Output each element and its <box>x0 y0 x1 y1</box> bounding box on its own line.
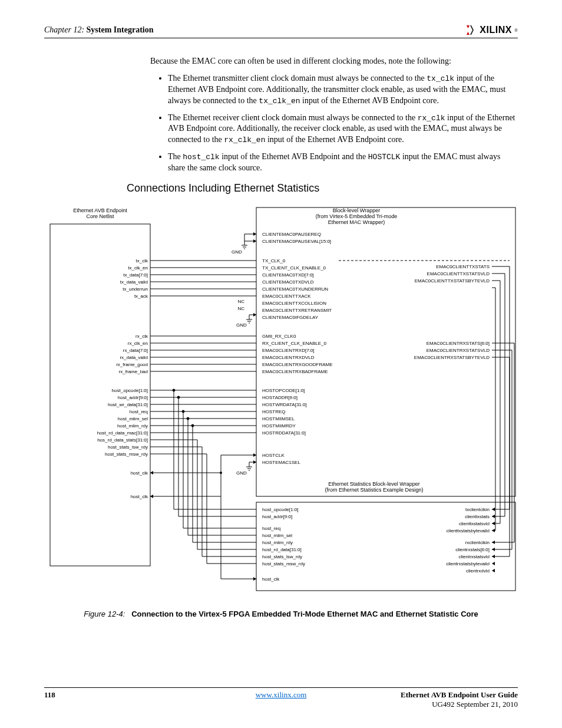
svg-text:host_miim_sel: host_miim_sel <box>118 416 148 421</box>
bullet-3: The host_clk input of the Ethernet AVB E… <box>168 151 518 174</box>
svg-point-177 <box>182 410 184 413</box>
svg-text:tx_clk_en: tx_clk_en <box>128 265 148 271</box>
svg-text:HOSTRDDATA[31:0]: HOSTRDDATA[31:0] <box>262 430 306 436</box>
svg-marker-98 <box>150 471 153 475</box>
bullet-1: The Ethernet transmitter client clock do… <box>168 73 518 107</box>
svg-text:host_miim_rdy: host_miim_rdy <box>262 540 293 545</box>
svg-text:TX_CLK_0: TX_CLK_0 <box>262 258 286 263</box>
svg-text:tx_underrun: tx_underrun <box>123 286 148 292</box>
svg-text:host_clk: host_clk <box>262 577 280 582</box>
svg-text:tx_data[7:0]: tx_data[7:0] <box>123 272 148 278</box>
svg-text:GND: GND <box>236 322 247 328</box>
svg-text:EMAC0CLIENTRXSTATSVLD: EMAC0CLIENTRXSTATSVLD <box>427 348 490 353</box>
section-heading: Connections Including Ethernet Statistic… <box>127 182 518 195</box>
svg-text:CLIENTEMAC0IFGDELAY: CLIENTEMAC0IFGDELAY <box>262 315 319 320</box>
svg-text:rx_clk_en: rx_clk_en <box>128 341 148 346</box>
body-text: Because the EMAC core can often be used … <box>150 56 518 174</box>
svg-text:rxclientclkin: rxclientclkin <box>465 540 490 545</box>
chapter-label: Chapter 12: <box>44 25 84 34</box>
svg-marker-105 <box>150 495 153 498</box>
svg-text:EMAC0CLIENTTXSTATS: EMAC0CLIENTTXSTATS <box>436 264 490 269</box>
svg-text:EMAC0CLIENTTXCOLLISION: EMAC0CLIENTTXCOLLISION <box>262 301 326 306</box>
svg-text:GND: GND <box>232 249 242 255</box>
svg-text:host_opcode[1:0]: host_opcode[1:0] <box>112 388 148 393</box>
svg-text:clienttxstatsvld: clienttxstatsvld <box>459 521 490 526</box>
svg-text:clientrxstatsbytevalid: clientrxstatsbytevalid <box>446 561 490 566</box>
svg-text:host_wr_data[31:0]: host_wr_data[31:0] <box>108 402 148 407</box>
svg-text:host_req: host_req <box>262 526 280 531</box>
svg-text:EMAC0CLIENTTXACK: EMAC0CLIENTTXACK <box>262 294 311 299</box>
svg-text:host_clk: host_clk <box>131 494 148 499</box>
svg-text:EMAC0CLIENTTXSTATSVLD: EMAC0CLIENTTXSTATSVLD <box>427 271 490 276</box>
svg-text:(from Ethernet Statistics Exam: (from Ethernet Statistics Example Design… <box>325 487 423 493</box>
svg-text:rx_frame_good: rx_frame_good <box>116 362 148 367</box>
svg-text:host_opcode[1:0]: host_opcode[1:0] <box>262 507 298 512</box>
svg-text:CLIENTEMAC0PAUSEVAL[15:0]: CLIENTEMAC0PAUSEVAL[15:0] <box>262 239 331 244</box>
footer-link[interactable]: www.xilinx.com <box>256 690 307 700</box>
svg-text:rx_clk: rx_clk <box>135 334 148 339</box>
svg-text:tx_data_valid: tx_data_valid <box>120 279 148 285</box>
svg-text:(from Virtex-5 Embedded Tri-mo: (from Virtex-5 Embedded Tri-mode <box>316 213 397 219</box>
svg-point-183 <box>191 424 194 427</box>
svg-text:CLIENTEMAC0TXD[7:0]: CLIENTEMAC0TXD[7:0] <box>262 272 314 278</box>
svg-text:Block-level Wrapper: Block-level Wrapper <box>333 207 380 213</box>
svg-text:host_stats_msw_rdy: host_stats_msw_rdy <box>105 452 148 457</box>
svg-marker-145 <box>492 562 495 565</box>
svg-text:EMAC0CLIENTRXGOODFRAME: EMAC0CLIENTRXGOODFRAME <box>262 362 333 367</box>
svg-text:CLIENTEMAC0PAUSEREQ: CLIENTEMAC0PAUSEREQ <box>262 232 321 237</box>
svg-text:CLIENTEMAC0TXDVLD: CLIENTEMAC0TXDVLD <box>262 279 314 285</box>
svg-marker-101 <box>253 453 256 457</box>
svg-text:HOSTADDR[9:0]: HOSTADDR[9:0] <box>262 395 297 400</box>
intro-paragraph: Because the EMAC core can often be used … <box>150 56 518 67</box>
chapter-title: System Integration <box>87 25 154 34</box>
svg-marker-1 <box>467 32 470 35</box>
svg-text:EMAC0CLIENTRXD[7:0]: EMAC0CLIENTRXD[7:0] <box>262 348 314 353</box>
figure-caption: Figure 12-4: Connection to the Virtex-5 … <box>44 610 518 618</box>
connection-diagram: Ethernet AVB Endpoint Core Netlist Block… <box>44 202 518 602</box>
svg-marker-109 <box>253 577 256 581</box>
svg-text:Ethernet AVB Endpoint: Ethernet AVB Endpoint <box>73 207 127 213</box>
xilinx-logo: XILINX ® <box>467 25 518 35</box>
svg-text:GMII_RX_CLK0: GMII_RX_CLK0 <box>262 334 296 339</box>
svg-text:host_addr[9:0]: host_addr[9:0] <box>118 395 148 400</box>
svg-text:HOSTREQ: HOSTREQ <box>262 409 286 414</box>
svg-text:host_miim_rdy: host_miim_rdy <box>117 423 148 429</box>
svg-text:host_addr[9:0]: host_addr[9:0] <box>262 514 292 519</box>
svg-text:NC: NC <box>237 306 244 311</box>
svg-text:tx_clk: tx_clk <box>136 258 148 263</box>
svg-text:rx_data_valid: rx_data_valid <box>120 355 148 360</box>
svg-text:CLIENTEMAC0TXUNDERRUN: CLIENTEMAC0TXUNDERRUN <box>262 286 328 292</box>
svg-text:host_miim_sel: host_miim_sel <box>262 533 292 538</box>
doc-title: Ethernet AVB Endpoint User Guide <box>401 690 518 699</box>
svg-text:clienttxstatsbytevalid: clienttxstatsbytevalid <box>447 528 490 533</box>
svg-marker-148 <box>492 569 495 572</box>
svg-marker-90 <box>253 460 256 464</box>
svg-text:host_rd_data[31:0]: host_rd_data[31:0] <box>262 547 302 552</box>
svg-text:clientrxstats[6:0]: clientrxstats[6:0] <box>455 547 490 552</box>
svg-text:EMAC0CLIENTRXSTATSBYTEVLD: EMAC0CLIENTRXSTATSBYTEVLD <box>414 355 490 360</box>
page-header: Chapter 12: System Integration XILINX ® <box>44 25 518 38</box>
page-footer: 118 www.xilinx.com Ethernet AVB Endpoint… <box>44 687 518 709</box>
svg-text:txclientclkin: txclientclkin <box>465 507 490 512</box>
svg-point-171 <box>173 389 175 391</box>
svg-marker-2 <box>470 25 474 35</box>
svg-text:host_clk: host_clk <box>131 470 148 476</box>
svg-text:EMAC0CLIENTRXSTATS[6:0]: EMAC0CLIENTRXSTATS[6:0] <box>427 341 490 346</box>
svg-point-174 <box>177 396 180 398</box>
doc-rev: UG492 September 21, 2010 <box>401 700 518 709</box>
svg-text:TX_CLIENT_CLK_ENABLE_0: TX_CLIENT_CLK_ENABLE_0 <box>262 265 326 271</box>
bullet-2: The Ethernet receiver client clock domai… <box>168 113 518 146</box>
svg-text:HOSTWRDATA[31:0]: HOSTWRDATA[31:0] <box>262 402 307 407</box>
svg-text:Ethernet Statistics Block-leve: Ethernet Statistics Block-level Wrapper <box>328 481 419 487</box>
svg-text:rx_data[7:0]: rx_data[7:0] <box>123 348 148 353</box>
svg-text:HOSTOPCODE[1:0]: HOSTOPCODE[1:0] <box>262 388 305 393</box>
svg-text:EMAC0CLIENTTXSTATSBYTEVLD: EMAC0CLIENTTXSTATSBYTEVLD <box>415 278 490 284</box>
svg-text:tx_ack: tx_ack <box>134 294 148 299</box>
page-number: 118 <box>44 690 55 709</box>
svg-marker-46 <box>253 313 256 317</box>
svg-text:rx_frame_bad: rx_frame_bad <box>119 369 148 374</box>
svg-text:HOSTCLK: HOSTCLK <box>262 453 285 458</box>
svg-marker-14 <box>253 232 256 236</box>
svg-text:Ethernet MAC Wrapper): Ethernet MAC Wrapper) <box>328 219 385 225</box>
svg-text:Core Netlist: Core Netlist <box>86 213 114 219</box>
